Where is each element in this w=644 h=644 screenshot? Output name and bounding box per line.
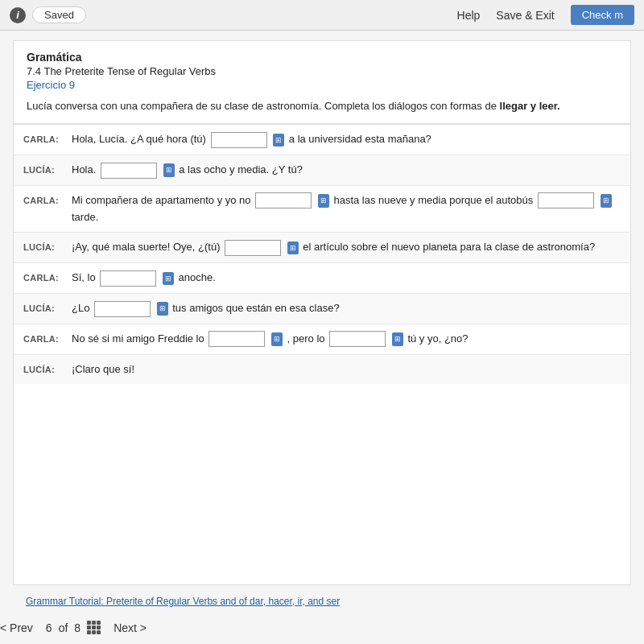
dialog-text-lucia-4: ¡Claro que sí!: [72, 361, 621, 378]
speaker-lucia-4: LUCÍA:: [23, 361, 65, 377]
speaker-carla-2: CARLA:: [23, 192, 65, 208]
page-total: 8: [74, 621, 80, 634]
page-current: 6: [46, 621, 52, 634]
bottom-nav: < Prev 6 of 8 Next >: [0, 608, 147, 644]
check-my-button[interactable]: Check m: [571, 5, 634, 25]
dialog-row: CARLA: Sí, lo ⊞ anoche.: [14, 263, 630, 294]
dialog-row: CARLA: Hola, Lucía. ¿A qué hora (tú) ⊞ a…: [14, 125, 630, 155]
blank-input-3[interactable]: [255, 192, 312, 208]
dict-icon-2[interactable]: ⊞: [163, 163, 175, 176]
dict-icon-5[interactable]: ⊞: [287, 242, 299, 254]
dialog-row: LUCÍA: ¿Lo ⊞ tus amigos que están en esa…: [14, 294, 630, 324]
blank-input-2[interactable]: [101, 163, 157, 179]
dialog-text-carla-1: Hola, Lucía. ¿A qué hora (tú) ⊞ a la uni…: [72, 131, 621, 148]
dialog-row: LUCÍA: ¡Ay, qué mala suerte! Oye, ¿(tú) …: [14, 233, 630, 263]
blank-input-5[interactable]: [225, 240, 281, 256]
dialog-text-carla-2: Mi compañera de apartamento y yo no ⊞ ha…: [72, 192, 621, 226]
dialog-row: CARLA: No sé si mi amigo Freddie lo ⊞ , …: [14, 324, 630, 355]
dict-icon-7[interactable]: ⊞: [157, 302, 168, 315]
blank-input-6[interactable]: [100, 270, 156, 287]
speaker-lucia-2: LUCÍA:: [23, 239, 65, 254]
blank-input-9[interactable]: [329, 331, 386, 347]
dict-icon-8[interactable]: ⊞: [271, 332, 283, 345]
save-exit-button[interactable]: Save & Exit: [496, 9, 554, 22]
ejercicio-label: Ejercicio 9: [27, 79, 617, 91]
speaker-carla-3: CARLA:: [23, 270, 65, 285]
speaker-lucia-1: LUCÍA:: [23, 162, 65, 177]
dict-icon-9[interactable]: ⊞: [392, 332, 403, 345]
blank-input-4[interactable]: [538, 192, 594, 208]
dialog-row: LUCÍA: ¡Claro que sí!: [14, 355, 630, 385]
bottom-area: Grammar Tutorial: Preterite of Regular V…: [0, 585, 644, 644]
top-bar-left: i Saved: [10, 6, 86, 23]
blank-input-1[interactable]: [211, 132, 267, 148]
grid-icon[interactable]: [87, 621, 101, 634]
dict-icon-6[interactable]: ⊞: [163, 272, 174, 285]
saved-badge: Saved: [32, 6, 86, 23]
header-section: Gramática 7.4 The Preterite Tense of Reg…: [13, 40, 631, 124]
top-bar: i Saved Help Save & Exit Check m: [0, 0, 644, 31]
blank-input-8[interactable]: [208, 331, 265, 347]
dict-icon-3[interactable]: ⊞: [318, 194, 329, 207]
main-content: Gramática 7.4 The Preterite Tense of Reg…: [0, 31, 644, 644]
speaker-lucia-3: LUCÍA:: [23, 300, 65, 316]
top-bar-right: Help Save & Exit Check m: [457, 5, 634, 25]
instruction-text: Lucía conversa con una compañera de su c…: [27, 99, 617, 114]
dialog-row: LUCÍA: Hola. ⊞ a las ocho y media. ¿Y tú…: [14, 155, 630, 186]
help-link[interactable]: Help: [457, 9, 481, 22]
blank-input-7[interactable]: [94, 301, 151, 317]
grammar-tutorial-link[interactable]: Grammar Tutorial: Preterite of Regular V…: [13, 592, 353, 607]
dialog-row: CARLA: Mi compañera de apartamento y yo …: [14, 186, 630, 233]
dialog-text-lucia-1: Hola. ⊞ a las ocho y media. ¿Y tú?: [72, 162, 621, 179]
instruction-bold: llegar y leer.: [500, 100, 560, 112]
dict-icon-4[interactable]: ⊞: [601, 194, 612, 207]
grammar-title: Gramática: [27, 51, 617, 64]
section-subtitle: 7.4 The Preterite Tense of Regular Verbs: [27, 65, 617, 77]
page-info: 6 of 8: [46, 621, 101, 634]
dict-icon-1[interactable]: ⊞: [273, 134, 284, 147]
speaker-carla-4: CARLA:: [23, 331, 65, 346]
dialog-text-lucia-2: ¡Ay, qué mala suerte! Oye, ¿(tú) ⊞ el ar…: [72, 239, 621, 256]
dialog-text-carla-3: Sí, lo ⊞ anoche.: [72, 270, 621, 287]
dialog-text-carla-4: No sé si mi amigo Freddie lo ⊞ , pero lo…: [72, 331, 621, 348]
info-icon[interactable]: i: [10, 7, 26, 23]
dialog-text-lucia-3: ¿Lo ⊞ tus amigos que están en esa clase?: [72, 300, 621, 317]
instruction-static: Lucía conversa con una compañera de su c…: [27, 100, 500, 112]
page-of-label: of: [59, 621, 68, 634]
prev-button[interactable]: < Prev: [0, 621, 33, 634]
dialog-section: CARLA: Hola, Lucía. ¿A qué hora (tú) ⊞ a…: [13, 124, 631, 585]
next-button[interactable]: Next >: [114, 621, 147, 634]
speaker-carla-1: CARLA:: [23, 131, 65, 147]
